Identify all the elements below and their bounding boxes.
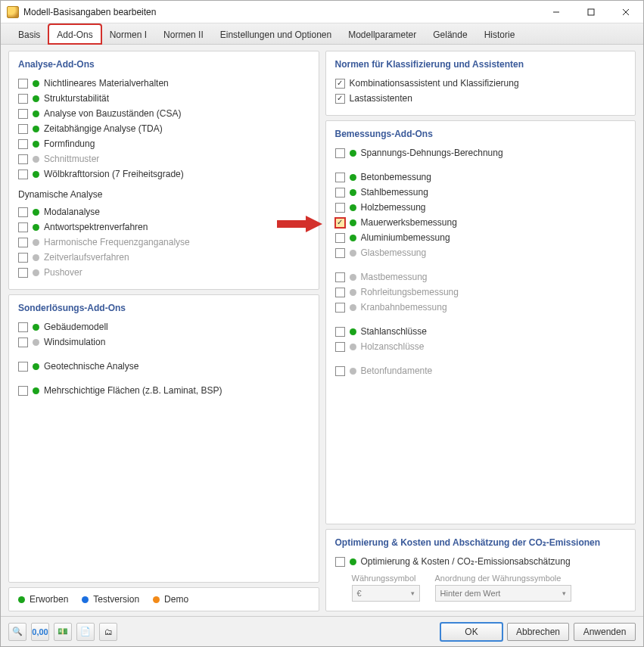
item-label: Kranbahnbemessung	[361, 302, 447, 313]
tab-normen-2[interactable]: Normen II	[155, 24, 212, 44]
item-label: Betonbemessung	[361, 172, 431, 182]
item-label: Stahlanschlüsse	[361, 326, 427, 337]
checkbox[interactable]	[18, 139, 28, 149]
checkbox[interactable]	[18, 386, 28, 396]
checkbox[interactable]	[18, 337, 28, 347]
status-dot-icon	[33, 387, 39, 394]
legend-erworben: Erworben	[30, 594, 68, 605]
status-dot-icon	[33, 95, 39, 102]
checkbox[interactable]	[18, 253, 28, 263]
item-label: Mastbemessung	[361, 272, 428, 282]
checkbox[interactable]	[335, 248, 345, 258]
checkbox[interactable]	[18, 154, 28, 164]
tab-einstellungen[interactable]: Einstellungen und Optionen	[212, 24, 340, 44]
tab-historie[interactable]: Historie	[476, 24, 524, 44]
status-dot-icon	[33, 80, 39, 87]
sub-title-dynamische: Dynamische Analyse	[18, 189, 310, 200]
checkbox[interactable]	[335, 148, 345, 158]
opt-label: Optimierung & Kosten / CO₂-Emissionsabsc…	[361, 556, 571, 567]
currency-order-label: Anordnung der Währungssymbole	[435, 574, 571, 583]
item-label: Formfindung	[44, 138, 95, 149]
checkbox[interactable]	[335, 94, 345, 104]
status-dot-icon	[350, 174, 356, 181]
checkbox[interactable]	[18, 79, 28, 89]
ok-button[interactable]: OK	[440, 623, 502, 641]
checkbox[interactable]	[18, 207, 28, 217]
panel-bemessung: Bemessungs-Add-Ons Spannungs-Dehnungs-Be…	[325, 120, 636, 524]
item-label: Antwortspektrenverfahren	[44, 222, 148, 232]
status-dot-icon	[350, 289, 356, 296]
item-label: Harmonische Frequenzganganalyse	[44, 237, 190, 247]
checkbox[interactable]	[18, 238, 28, 247]
checkbox[interactable]	[335, 79, 345, 89]
item-label: Kombinationsassistent und Klassifizierun…	[350, 78, 519, 89]
checkbox[interactable]	[18, 322, 28, 332]
status-dot-icon	[33, 254, 39, 261]
legend-demo: Demo	[164, 594, 188, 605]
tool-5[interactable]: 🗂	[99, 623, 117, 641]
item-label: Geotechnische Analyse	[44, 361, 138, 372]
checkbox[interactable]	[335, 288, 345, 297]
item-label: Spannungs-Dehnungs-Berechnung	[361, 148, 503, 158]
status-dot-icon	[350, 558, 356, 565]
checkbox[interactable]	[335, 218, 345, 228]
item-label: Mauerwerksbemessung	[361, 217, 457, 228]
status-dot-icon	[33, 209, 39, 216]
tab-gelaende[interactable]: Gelände	[425, 24, 475, 44]
tab-basis[interactable]: Basis	[10, 24, 48, 44]
item-label: Zeitabhängige Analyse (TDA)	[44, 123, 163, 134]
currency-symbol-select[interactable]: €▾	[352, 585, 420, 602]
tool-help[interactable]: 🔍	[8, 623, 26, 641]
checkbox[interactable]	[18, 109, 28, 119]
status-dot-icon	[350, 368, 356, 375]
tab-add-ons[interactable]: Add-Ons	[48, 24, 101, 44]
checkbox[interactable]	[18, 268, 28, 278]
status-dot-icon	[350, 219, 356, 226]
checkbox[interactable]	[18, 124, 28, 134]
checkbox[interactable]	[18, 170, 28, 179]
footer-bar: 🔍 0,00 💵 📄 🗂 OK Abbrechen Anwenden	[1, 616, 643, 646]
panel-optimierung: Optimierung & Kosten und Abschätzung der…	[325, 529, 636, 611]
item-label: Strukturstabilität	[44, 93, 109, 104]
tool-4[interactable]: 📄	[76, 623, 95, 641]
checkbox[interactable]	[18, 362, 28, 372]
item-label: Aluminiumbemessung	[361, 232, 450, 243]
checkbox[interactable]	[335, 303, 345, 313]
checkbox[interactable]	[335, 272, 345, 282]
status-dot-icon	[350, 235, 356, 241]
checkbox[interactable]	[18, 222, 28, 232]
checkbox[interactable]	[335, 233, 345, 243]
status-dot-icon	[350, 189, 356, 196]
item-label: Glasbemessung	[361, 247, 427, 258]
close-button[interactable]	[608, 1, 643, 23]
status-dot-icon	[33, 239, 39, 246]
minimize-button[interactable]	[539, 1, 574, 23]
checkbox[interactable]	[335, 173, 345, 182]
panel-normen: Normen für Klassifizierung und Assistent…	[325, 51, 636, 116]
tab-modellparameter[interactable]: Modellparameter	[340, 24, 425, 44]
checkbox[interactable]	[335, 557, 345, 567]
checkbox[interactable]	[18, 94, 28, 104]
tool-3[interactable]: 💵	[54, 623, 72, 641]
dot-erworben-icon	[18, 596, 25, 603]
checkbox[interactable]	[335, 327, 345, 337]
chevron-down-icon: ▾	[562, 589, 566, 597]
currency-order-select[interactable]: Hinter dem Wert▾	[435, 585, 571, 602]
checkbox[interactable]	[335, 203, 345, 213]
maximize-button[interactable]	[574, 1, 608, 23]
currency-symbol-label: Währungssymbol	[352, 574, 420, 583]
panel-title: Normen für Klassifizierung und Assistent…	[335, 59, 627, 70]
checkbox[interactable]	[335, 366, 345, 376]
checkbox[interactable]	[335, 342, 345, 352]
status-dot-icon	[350, 204, 356, 211]
checkbox[interactable]	[335, 188, 345, 198]
apply-button[interactable]: Anwenden	[574, 623, 636, 641]
item-label: Holzbemessung	[361, 202, 426, 213]
tab-normen-1[interactable]: Normen I	[101, 24, 155, 44]
status-dot-icon	[350, 344, 356, 350]
cancel-button[interactable]: Abbrechen	[507, 623, 569, 641]
tool-units[interactable]: 0,00	[31, 623, 49, 641]
dot-testversion-icon	[82, 596, 89, 603]
status-dot-icon	[350, 274, 356, 281]
status-dot-icon	[350, 328, 356, 335]
